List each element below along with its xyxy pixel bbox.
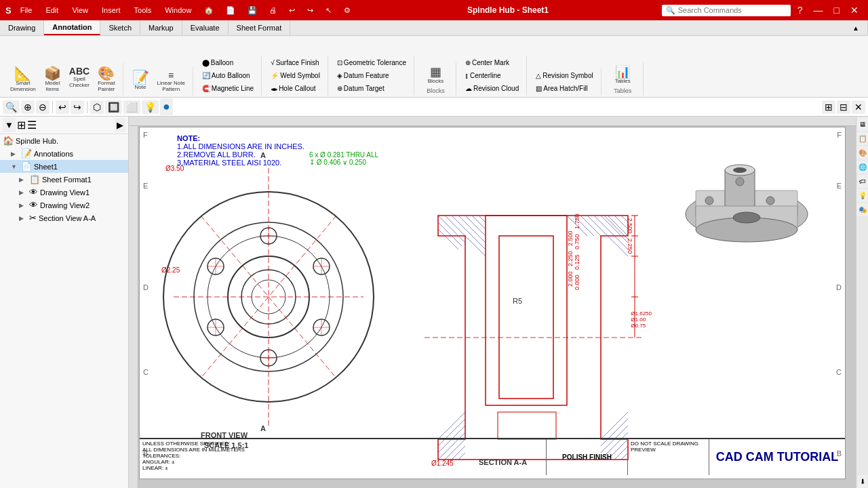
toolbar-new[interactable]: 📄: [222, 5, 239, 16]
sidebar-expand-btn[interactable]: ▶: [115, 118, 125, 132]
tables-icon: 📊: [615, 66, 630, 78]
drawing-area[interactable]: F F E E D D C C B B NOTE: 1.ALL DIMENSIO…: [129, 117, 856, 488]
menu-insert[interactable]: Insert: [98, 5, 125, 16]
blocks-icon: ▦: [430, 66, 441, 78]
datum-target-btn[interactable]: ⊕ Datum Target: [334, 83, 410, 94]
weld-symbol-btn[interactable]: ⚡ Weld Symbol: [267, 70, 323, 81]
tab-evaluate[interactable]: Evaluate: [182, 20, 229, 35]
tables-btn[interactable]: 📊 Tables: [612, 64, 634, 86]
view-wireframe[interactable]: 🔲: [105, 100, 122, 114]
toolbar-home[interactable]: 🏠: [201, 5, 217, 16]
view-shaded[interactable]: ⬜: [123, 100, 140, 114]
model-items-btn[interactable]: 📦 ModelItems: [41, 64, 64, 94]
toolbar-save[interactable]: 💾: [244, 5, 260, 16]
smart-dimension-btn[interactable]: 📐 SmartDimension: [7, 64, 39, 94]
tab-sketch[interactable]: Sketch: [100, 20, 140, 35]
auto-balloon-icon: 🔄: [202, 72, 210, 79]
balloon-btn[interactable]: ⬤ Balloon: [199, 57, 257, 68]
r5-label: R5: [513, 297, 522, 305]
geometric-tolerance-btn[interactable]: ⊡ Geometric Tolerance: [334, 57, 410, 68]
area-hatch-icon: ▨: [536, 85, 542, 92]
sidebar-item-annotations[interactable]: ▶ 📝 Annotations: [0, 147, 128, 160]
view-appearance[interactable]: ●: [160, 98, 173, 115]
title-block-title: CAD CAM TUTORIAL: [709, 439, 845, 475]
svg-line-48: [438, 412, 465, 439]
sidebar-item-sheet-format1[interactable]: ▶ 📋 Sheet Format1: [0, 173, 128, 186]
view-lights[interactable]: 💡: [142, 100, 159, 114]
right-panel-scenes[interactable]: 🌐: [856, 161, 869, 174]
group-center: ⊕ Center Mark ⫿ Centerline ☁ Revision Cl…: [458, 56, 527, 96]
sidebar-item-section-view[interactable]: ▶ ✂ Section View A-A: [0, 211, 128, 224]
sidebar-item-sheet1[interactable]: ▼ 📄 Sheet1: [0, 160, 128, 173]
right-panel-display-manager[interactable]: 🖥: [857, 118, 868, 131]
surface-finish-btn[interactable]: √ Surface Finish: [267, 57, 323, 68]
tab-markup[interactable]: Markup: [140, 20, 182, 35]
view-zoom-out[interactable]: ⊖: [36, 100, 50, 114]
view-rotate-cw[interactable]: ↩: [56, 100, 69, 114]
right-panel-appearances[interactable]: 🎨: [856, 146, 869, 159]
dim-2250: 2.250: [627, 239, 634, 254]
blocks-btn[interactable]: ▦ Blocks: [425, 64, 448, 86]
view-right-panel-toggle[interactable]: ⊞: [822, 100, 835, 114]
view-display-mode[interactable]: ⬡: [90, 100, 104, 114]
auto-balloon-btn[interactable]: 🔄 Auto Balloon: [199, 70, 257, 81]
right-panel-realview[interactable]: 💡: [856, 189, 869, 202]
sidebar-item-spindle-hub[interactable]: 🏠 Spindle Hub.: [0, 134, 128, 147]
format-painter-btn[interactable]: 🎨 FormatPainter: [94, 64, 118, 94]
sidebar-item-drawing-view1[interactable]: ▶ 👁 Drawing View1: [0, 186, 128, 199]
right-panel-scroll[interactable]: ⬇: [858, 475, 867, 488]
svg-line-58: [614, 216, 628, 229]
toolbar-redo[interactable]: ↪: [304, 5, 317, 16]
view-split[interactable]: ⊟: [837, 100, 850, 114]
tab-annotation[interactable]: Annotation: [44, 20, 100, 35]
area-hatch-btn[interactable]: ▨ Area Hatch/Fill: [532, 83, 596, 94]
menu-file[interactable]: File: [16, 5, 37, 16]
right-panel-decals[interactable]: 🏷: [857, 175, 868, 188]
right-panel-palette[interactable]: 🎭: [856, 203, 869, 216]
linear-note-btn[interactable]: ≡ Linear NotePattern: [154, 68, 189, 94]
centerline-btn[interactable]: ⫿ Centerline: [462, 70, 522, 81]
sidebar-list-icon[interactable]: ☰: [27, 119, 37, 131]
toolbar-options[interactable]: ⚙: [340, 5, 354, 16]
svg-line-73: [465, 229, 486, 249]
search-input[interactable]: [678, 6, 787, 14]
menu-tools[interactable]: Tools: [130, 5, 156, 16]
toolbar-print[interactable]: 🖨: [266, 5, 280, 16]
note-btn[interactable]: 📝 Note: [129, 68, 153, 94]
help-btn[interactable]: ?: [793, 3, 807, 17]
hole-callout-btn[interactable]: 🕳 Hole Callout: [267, 83, 323, 94]
svg-line-71: [479, 216, 486, 222]
right-panel-properties[interactable]: 📋: [856, 132, 869, 145]
search-area[interactable]: 🔍: [662, 5, 791, 16]
border-letter-c-left: C: [143, 368, 149, 376]
sidebar-filter-btn[interactable]: ▼: [3, 118, 16, 132]
tab-sheet-format[interactable]: Sheet Format: [229, 20, 291, 35]
close-btn[interactable]: ✕: [846, 3, 863, 17]
tab-drawing[interactable]: Drawing: [0, 20, 44, 35]
maximize-btn[interactable]: □: [830, 3, 844, 17]
view-zoom-to-fit[interactable]: 🔍: [3, 100, 20, 114]
toolbar-undo[interactable]: ↩: [285, 5, 298, 16]
revision-cloud-btn[interactable]: ☁ Revision Cloud: [462, 83, 522, 94]
spell-checker-btn[interactable]: ABC SpellChecker: [66, 64, 93, 94]
menu-window[interactable]: Window: [161, 5, 195, 16]
center-mark-btn[interactable]: ⊕ Center Mark: [462, 57, 522, 68]
datum-feature-btn[interactable]: ◈ Datum Feature: [334, 70, 410, 81]
sidebar-grid-icon[interactable]: ⊞: [17, 119, 26, 131]
annotations-label: Annotations: [34, 150, 73, 158]
menu-view[interactable]: View: [68, 5, 92, 16]
main-area: ▼ ⊞ ☰ ▶ 🏠 Spindle Hub. ▶ 📝 Annotations ▼…: [0, 117, 868, 488]
ribbon-collapse[interactable]: ▲: [844, 20, 868, 35]
section-view-aa: SECTION A-A R5 2.500 2.250 Ø1.6250 Ø1.00…: [425, 182, 642, 466]
view-zoom-in[interactable]: ⊕: [21, 100, 35, 114]
view-rotate-ccw[interactable]: ↪: [71, 100, 84, 114]
section-a-arrow-top: A: [260, 151, 266, 159]
menu-edit[interactable]: Edit: [41, 5, 62, 16]
revision-symbol-btn[interactable]: △ Revision Symbol: [532, 70, 596, 81]
minimize-btn[interactable]: —: [810, 3, 827, 17]
toolbar-select[interactable]: ↖: [322, 5, 335, 16]
sidebar-item-drawing-view2[interactable]: ▶ 👁 Drawing View2: [0, 199, 128, 211]
magnetic-line-btn[interactable]: 🧲 Magnetic Line: [199, 83, 257, 94]
note-icon: 📝: [132, 70, 149, 84]
view-close-doc[interactable]: ✕: [852, 100, 865, 114]
